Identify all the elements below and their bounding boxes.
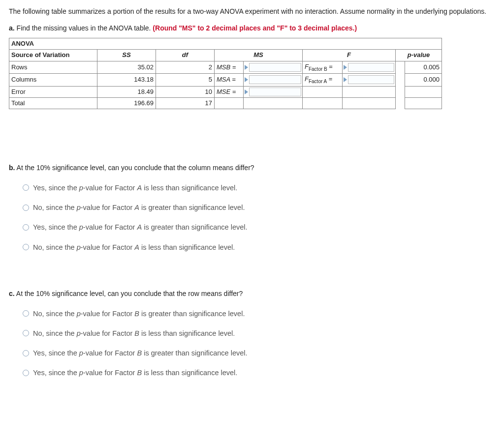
option-c3-label: Yes, since the p-value for Factor B is g…	[33, 348, 248, 358]
part-b-text: At the 10% significance level, can you c…	[15, 164, 254, 172]
radio-icon	[23, 205, 29, 211]
pvalue-columns: 0.000	[405, 74, 442, 87]
option-b3-label: Yes, since the p-value for Factor A is g…	[33, 222, 248, 232]
ss-rows: 35.02	[97, 61, 156, 74]
radio-icon	[23, 370, 29, 376]
col-ss: SS	[97, 50, 156, 61]
df-columns: 5	[156, 74, 215, 87]
part-c-text: At the 10% significance level, can you c…	[15, 290, 243, 297]
option-b4[interactable]: No, since the p-value for Factor A is le…	[23, 242, 495, 252]
ms-label-error: MSE =	[217, 88, 236, 95]
dropdown-icon	[245, 77, 248, 82]
col-pvalue: p-value	[396, 50, 442, 61]
df-error: 10	[156, 86, 215, 97]
part-c-label: c.	[9, 290, 15, 297]
ss-columns: 143.18	[97, 74, 156, 87]
df-rows: 2	[156, 61, 215, 74]
radio-icon	[23, 310, 29, 317]
table-row: Rows 35.02 2 MSB = FFactor B = 0.005	[9, 61, 442, 74]
option-c1-label: No, since the p-value for Factor B is gr…	[33, 309, 245, 319]
col-ms: MS	[215, 50, 303, 61]
option-c1[interactable]: No, since the p-value for Factor B is gr…	[23, 309, 495, 319]
f-factor-a-input[interactable]	[344, 75, 394, 84]
option-c4[interactable]: Yes, since the p-value for Factor B is l…	[23, 368, 495, 378]
part-a-text: Find the missing values in the ANOVA tab…	[15, 24, 153, 32]
anova-title: ANOVA	[9, 38, 442, 50]
radio-icon	[23, 224, 29, 231]
part-c-prompt: c. At the 10% significance level, can yo…	[9, 289, 495, 299]
option-c3[interactable]: Yes, since the p-value for Factor B is g…	[23, 348, 495, 358]
col-df: df	[156, 50, 215, 61]
dropdown-icon	[344, 65, 347, 70]
anova-table: ANOVA Source of Variation SS df MS F p-v…	[9, 38, 442, 109]
ss-error: 18.49	[97, 86, 156, 97]
col-f: F	[303, 50, 396, 61]
ss-total: 196.69	[97, 97, 156, 109]
radio-icon	[23, 184, 29, 191]
option-c2-label: No, since the p-value for Factor B is le…	[33, 328, 235, 338]
df-total: 17	[156, 97, 215, 109]
part-a-prompt: a. Find the missing values in the ANOVA …	[9, 24, 495, 33]
option-b2[interactable]: No, since the p-value for Factor A is gr…	[23, 203, 495, 212]
mse-input[interactable]	[245, 88, 301, 96]
option-b1[interactable]: Yes, since the p-value for Factor A is l…	[23, 183, 495, 193]
table-row: Error 18.49 10 MSE =	[9, 86, 442, 97]
part-a-instruction: (Round "MS" to 2 decimal places and "F" …	[153, 24, 357, 32]
part-b-prompt: b. At the 10% significance level, can yo…	[9, 163, 495, 173]
option-b1-label: Yes, since the p-value for Factor A is l…	[33, 183, 237, 193]
part-c-options: No, since the p-value for Factor B is gr…	[23, 309, 495, 378]
sov-total: Total	[9, 97, 97, 109]
ms-label-columns: MSA =	[217, 76, 236, 83]
ms-label-rows: MSB =	[217, 63, 236, 71]
col-sov: Source of Variation	[9, 50, 97, 61]
dropdown-icon	[344, 77, 347, 82]
pvalue-rows: 0.005	[405, 61, 442, 74]
table-row: Columns 143.18 5 MSA = FFactor A = 0.000	[9, 74, 442, 87]
part-a-label: a.	[9, 24, 15, 32]
sov-rows: Rows	[9, 61, 97, 74]
option-c4-label: Yes, since the p-value for Factor B is l…	[33, 368, 237, 378]
radio-icon	[23, 244, 29, 250]
option-b2-label: No, since the p-value for Factor A is gr…	[33, 203, 245, 212]
part-b-label: b.	[9, 164, 15, 172]
option-b3[interactable]: Yes, since the p-value for Factor A is g…	[23, 222, 495, 232]
msa-input[interactable]	[245, 75, 301, 84]
dropdown-icon	[245, 89, 248, 94]
intro-text: The following table summarizes a portion…	[9, 7, 495, 17]
f-factor-b-input[interactable]	[344, 63, 394, 72]
radio-icon	[23, 330, 29, 336]
sov-error: Error	[9, 86, 97, 97]
part-b-options: Yes, since the p-value for Factor A is l…	[23, 183, 495, 252]
option-c2[interactable]: No, since the p-value for Factor B is le…	[23, 328, 495, 338]
radio-icon	[23, 350, 29, 356]
dropdown-icon	[245, 65, 248, 70]
table-row: Total 196.69 17	[9, 97, 442, 109]
msb-input[interactable]	[245, 63, 301, 72]
option-b4-label: No, since the p-value for Factor A is le…	[33, 242, 235, 252]
sov-columns: Columns	[9, 74, 97, 87]
